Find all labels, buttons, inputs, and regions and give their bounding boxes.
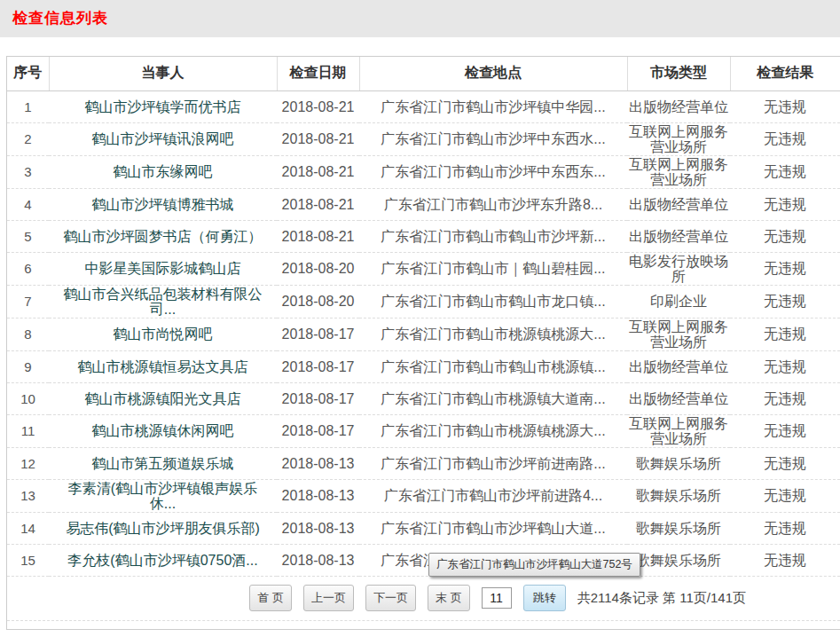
cell-inspection-result: 无违规: [730, 350, 840, 382]
cell-row-number: 4: [7, 188, 49, 220]
cell-inspection-location: 广东省江门市鹤山市鹤山市沙坪新...: [359, 220, 627, 252]
table-row: 11 鹤山市桃源镇休闲网吧 2018-08-17 广东省江门市鹤山市桃源镇桃源大…: [7, 414, 840, 447]
cell-inspection-date: 2018-08-21: [277, 122, 359, 155]
col-header-date: 检查日期: [277, 57, 359, 90]
table-body: 1 鹤山市沙坪镇学而优书店 2018-08-21 广东省江门市鹤山市沙坪镇中华园…: [7, 90, 840, 576]
cell-inspection-location: 广东省江门市鹤山市桃源镇大道南...: [359, 382, 627, 414]
cell-row-number: 12: [7, 447, 49, 479]
table-row: 12 鹤山市第五频道娱乐城 2018-08-13 广东省江门市鹤山市沙坪前进南路…: [7, 447, 840, 479]
table-row: 5 鹤山市沙坪圆梦书店（何勇江） 2018-08-21 广东省江门市鹤山市鹤山市…: [7, 220, 840, 252]
table-row: 8 鹤山市尚悦网吧 2018-08-17 广东省江门市鹤山市桃源镇桃源大... …: [7, 318, 840, 350]
cell-market-type: 出版物经营单位: [627, 188, 730, 220]
cell-market-type: 互联网上网服务营业场所: [627, 122, 730, 155]
party-link[interactable]: 鹤山市沙坪圆梦书店（何勇江）: [49, 220, 277, 252]
cell-market-type: 互联网上网服务营业场所: [627, 318, 730, 350]
cell-inspection-result: 无违规: [730, 447, 840, 479]
party-link[interactable]: 中影星美国际影城鹤山店: [49, 252, 277, 285]
cell-market-type: 歌舞娱乐场所: [627, 479, 730, 512]
cell-inspection-result: 无违规: [730, 285, 840, 318]
prev-page-button[interactable]: 上一页: [303, 585, 354, 611]
page-number-input[interactable]: [482, 587, 512, 609]
col-header-no: 序号: [7, 57, 49, 90]
cell-market-type: 出版物经营单位: [627, 382, 730, 414]
table-row: 14 易志伟(鹤山市沙坪朋友俱乐部) 2018-08-13 广东省江门市鹤山市沙…: [7, 512, 840, 544]
inspection-table: 序号 当事人 检查日期 检查地点 市场类型 检查结果 1 鹤山市沙坪镇学而优书店…: [7, 57, 840, 577]
party-link[interactable]: 鹤山市尚悦网吧: [49, 318, 277, 350]
cell-market-type: 出版物经营单位: [627, 90, 730, 122]
party-link[interactable]: 李允枝(鹤山市沙坪镇0750酒...: [49, 544, 277, 576]
address-tooltip: 广东省江门市鹤山市沙坪鹤山大道752号: [428, 553, 640, 577]
cell-inspection-result: 无违规: [730, 544, 840, 576]
cell-inspection-date: 2018-08-17: [277, 318, 359, 350]
cell-inspection-date: 2018-08-13: [277, 512, 359, 544]
table-row: 6 中影星美国际影城鹤山店 2018-08-20 广东省江门市鹤山市｜鹤山碧桂园…: [7, 252, 840, 285]
page-title: 检查信息列表: [0, 0, 840, 28]
cell-market-type: 印刷企业: [627, 285, 730, 318]
cell-inspection-location: 广东省江门市鹤山市沙坪鹤山大道...: [359, 512, 627, 544]
cell-inspection-result: 无违规: [730, 414, 840, 447]
jump-button[interactable]: 跳转: [523, 585, 566, 611]
party-link[interactable]: 易志伟(鹤山市沙坪朋友俱乐部): [49, 512, 277, 544]
cell-row-number: 7: [7, 285, 49, 318]
party-link[interactable]: 鹤山市东缘网吧: [49, 155, 277, 188]
last-page-button[interactable]: 末 页: [428, 585, 470, 611]
col-header-market-type: 市场类型: [627, 57, 730, 90]
table-row: 9 鹤山市桃源镇恒易达文具店 2018-08-17 广东省江门市鹤山市鹤山市桃源…: [7, 350, 840, 382]
party-link[interactable]: 李素清(鹤山市沙坪镇银声娱乐休...: [49, 479, 277, 512]
cell-row-number: 15: [7, 544, 49, 576]
cell-market-type: 出版物经营单位: [627, 220, 730, 252]
party-link[interactable]: 鹤山市桃源镇恒易达文具店: [49, 350, 277, 382]
col-header-location: 检查地点: [359, 57, 627, 90]
cell-market-type: 互联网上网服务营业场所: [627, 414, 730, 447]
cell-inspection-date: 2018-08-13: [277, 447, 359, 479]
party-link[interactable]: 鹤山市第五频道娱乐城: [49, 447, 277, 479]
party-link[interactable]: 鹤山市桃源镇阳光文具店: [49, 382, 277, 414]
cell-inspection-result: 无违规: [730, 155, 840, 188]
first-page-button[interactable]: 首 页: [249, 585, 292, 611]
party-link[interactable]: 鹤山市桃源镇休闲网吧: [49, 414, 277, 447]
cell-inspection-location: 广东省江门市鹤山市桃源镇桃源大...: [359, 414, 627, 447]
cell-row-number: 8: [7, 318, 49, 350]
cell-market-type: 出版物经营单位: [627, 350, 730, 382]
cell-inspection-date: 2018-08-13: [277, 544, 359, 576]
next-page-button[interactable]: 下一页: [365, 585, 416, 611]
cell-inspection-location: 广东省江门市鹤山市沙坪前进路4...: [359, 479, 627, 512]
table-row: 7 鹤山市合兴纸品包装材料有限公司... 2018-08-20 广东省江门市鹤山…: [7, 285, 840, 318]
col-header-result: 检查结果: [730, 57, 840, 90]
cell-row-number: 6: [7, 252, 49, 285]
cell-row-number: 14: [7, 512, 49, 544]
cell-inspection-date: 2018-08-17: [277, 414, 359, 447]
cell-inspection-date: 2018-08-20: [277, 285, 359, 318]
cell-inspection-result: 无违规: [730, 318, 840, 350]
cell-inspection-result: 无违规: [730, 479, 840, 512]
cell-inspection-location: 广东省江门市鹤山市桃源镇桃源大...: [359, 318, 627, 350]
cell-inspection-date: 2018-08-17: [277, 350, 359, 382]
party-link[interactable]: 鹤山市合兴纸品包装材料有限公司...: [49, 285, 277, 318]
table-header-row: 序号 当事人 检查日期 检查地点 市场类型 检查结果: [7, 57, 840, 90]
table-row: 4 鹤山市沙坪镇博雅书城 2018-08-21 广东省江门市鹤山市沙坪东升路8.…: [7, 188, 840, 220]
party-link[interactable]: 鹤山市沙坪镇博雅书城: [49, 188, 277, 220]
cell-row-number: 3: [7, 155, 49, 188]
table-row: 13 李素清(鹤山市沙坪镇银声娱乐休... 2018-08-13 广东省江门市鹤…: [7, 479, 840, 512]
cell-inspection-result: 无违规: [730, 252, 840, 285]
cell-inspection-date: 2018-08-20: [277, 252, 359, 285]
table-row: 2 鹤山市沙坪镇讯浪网吧 2018-08-21 广东省江门市鹤山市沙坪中东西水.…: [7, 122, 840, 155]
cell-inspection-result: 无违规: [730, 122, 840, 155]
cell-inspection-date: 2018-08-21: [277, 188, 359, 220]
cell-inspection-location: 广东省江门市鹤山市鹤山市桃源镇...: [359, 350, 627, 382]
cell-inspection-date: 2018-08-17: [277, 382, 359, 414]
content-container: 序号 当事人 检查日期 检查地点 市场类型 检查结果 1 鹤山市沙坪镇学而优书店…: [6, 56, 840, 630]
cell-inspection-date: 2018-08-21: [277, 155, 359, 188]
cell-row-number: 11: [7, 414, 49, 447]
cell-inspection-result: 无违规: [730, 512, 840, 544]
cell-inspection-location: 广东省江门市鹤山市沙坪东升路8...: [359, 188, 627, 220]
party-link[interactable]: 鹤山市沙坪镇讯浪网吧: [49, 122, 277, 155]
records-summary: 共2114条记录 第 11页/141页: [577, 590, 746, 607]
cell-inspection-date: 2018-08-21: [277, 220, 359, 252]
title-bar: 检查信息列表: [0, 0, 840, 37]
cell-market-type: 电影发行放映场所: [627, 252, 730, 285]
party-link[interactable]: 鹤山市沙坪镇学而优书店: [49, 90, 277, 122]
cell-inspection-location: 广东省江门市鹤山市沙坪中东西东...: [359, 155, 627, 188]
table-row: 10 鹤山市桃源镇阳光文具店 2018-08-17 广东省江门市鹤山市桃源镇大道…: [7, 382, 840, 414]
cell-market-type: 歌舞娱乐场所: [627, 544, 730, 576]
